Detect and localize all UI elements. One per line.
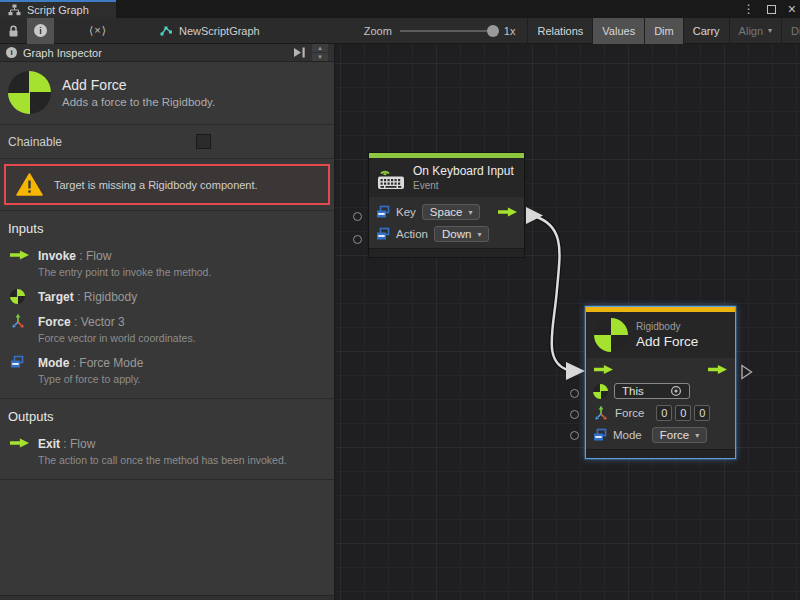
node-title: Add Force [636, 334, 698, 349]
port-description: Force vector in world coordinates. [10, 330, 326, 346]
info-icon: i [6, 47, 17, 58]
maximize-icon[interactable] [767, 5, 776, 14]
graph-breadcrumb[interactable]: NewScriptGraph [160, 25, 260, 37]
relations-button[interactable]: Relations [527, 18, 592, 44]
zoom-slider-handle[interactable] [487, 25, 499, 37]
inspect-toggle-button[interactable]: i [27, 18, 54, 44]
action-input-port[interactable] [353, 235, 362, 244]
close-icon[interactable]: × [788, 2, 796, 16]
port-description: Type of force to apply. [10, 371, 326, 387]
graph-toolbar: i ⟨×⟩ NewScriptGraph Zoom 1x Relations V… [0, 18, 800, 44]
action-label: Action [396, 228, 428, 240]
node-header[interactable]: On Keyboard Input Event [369, 158, 524, 197]
mode-dropdown[interactable]: Force ▾ [652, 427, 707, 443]
action-row: Action Down ▾ [369, 223, 524, 245]
flow-output-port[interactable] [708, 364, 727, 375]
dim-button[interactable]: Dim [644, 18, 683, 44]
key-label: Key [396, 206, 416, 218]
key-dropdown[interactable]: Space ▾ [422, 204, 481, 220]
tab-label: Script Graph [27, 4, 89, 16]
flow-arrow-icon [10, 250, 29, 261]
wire-source-arrow[interactable] [526, 207, 543, 224]
graph-inspector-title: Graph Inspector [23, 47, 287, 59]
graph-name: NewScriptGraph [179, 25, 260, 37]
key-input-port[interactable] [353, 212, 362, 221]
chevron-down-icon: ▾ [768, 26, 772, 35]
action-dropdown[interactable]: Down ▾ [434, 226, 489, 242]
node-add-force[interactable]: Rigidbody Add Force This [585, 306, 736, 459]
chevron-down-icon: ▾ [695, 431, 699, 440]
node-footer [369, 248, 524, 257]
graph-canvas[interactable]: On Keyboard Input Event Key Space ▾ [335, 44, 800, 600]
toolbar-buttons: Relations Values Dim Carry Align▾ Distri… [527, 18, 800, 44]
warning-icon [16, 173, 43, 196]
unit-title: Add Force [62, 77, 215, 93]
target-input-port[interactable] [570, 389, 579, 398]
window-controls: ⋮ × [743, 0, 796, 18]
distribute-button: Distribute▾ [781, 18, 800, 44]
target-object-field[interactable]: This [614, 383, 690, 399]
wire-target-arrow[interactable] [566, 362, 585, 380]
code-preview-button[interactable]: ⟨×⟩ [82, 18, 114, 44]
unit-summary: Add Force Adds a force to the Rigidbody. [0, 62, 334, 125]
chainable-checkbox[interactable] [196, 134, 211, 149]
target-row: This [586, 380, 735, 402]
flow-continue-port[interactable] [741, 364, 753, 380]
mode-label: Mode [613, 429, 642, 441]
graph-inspector-header: i Graph Inspector ▲ ▼ [0, 44, 334, 62]
tab-bar: Script Graph ⋮ × [0, 0, 800, 18]
scroll-down-button[interactable]: ▼ [312, 53, 328, 61]
warning-text: Target is missing a Rigidbody component. [54, 179, 258, 191]
zoom-slider[interactable] [400, 30, 496, 32]
align-button: Align▾ [729, 18, 781, 44]
flow-row [586, 358, 735, 380]
port-row-exit: Exit : Flow The action to call once the … [0, 430, 334, 471]
separator [0, 479, 334, 480]
force-z-field[interactable]: 0 [694, 405, 710, 421]
flow-input-port[interactable] [594, 364, 613, 375]
port-description: The action to call once the method has b… [10, 452, 326, 468]
chevron-down-icon: ▾ [477, 230, 481, 239]
unity-script-graph-window: Script Graph ⋮ × i ⟨×⟩ [0, 0, 800, 600]
node-header[interactable]: Rigidbody Add Force [586, 312, 735, 358]
values-button[interactable]: Values [592, 18, 644, 44]
scroll-up-button[interactable]: ▲ [312, 44, 328, 52]
hierarchy-icon [8, 4, 21, 16]
tab-script-graph[interactable]: Script Graph [0, 0, 116, 18]
enum-icon [10, 355, 24, 369]
outputs-header: Outputs [0, 399, 334, 430]
node-kind: Rigidbody [636, 321, 698, 332]
port-row-force: Force : Vector 3 Force vector in world c… [0, 308, 334, 349]
code-icon: ⟨×⟩ [89, 24, 107, 37]
force-x-field[interactable]: 0 [656, 405, 672, 421]
menu-kebab-icon[interactable]: ⋮ [743, 3, 755, 15]
rigidbody-icon [10, 289, 25, 304]
flow-output-port[interactable] [498, 207, 517, 218]
lock-icon [7, 24, 20, 38]
dock-panel-icon[interactable] [293, 47, 306, 58]
force-input-port[interactable] [570, 410, 579, 419]
panel-bottom-strip [0, 595, 334, 600]
force-y-field[interactable]: 0 [675, 405, 691, 421]
lock-button[interactable] [0, 18, 27, 44]
port-row-target: Target : Rigidbody [0, 283, 334, 308]
node-footer [586, 449, 735, 458]
graph-inspector-panel: i Graph Inspector ▲ ▼ Add Force Adds a f… [0, 44, 335, 600]
object-picker-icon[interactable] [670, 385, 682, 397]
mode-input-port[interactable] [570, 431, 579, 440]
panel-scroll-buttons: ▲ ▼ [312, 44, 328, 61]
force-row: Force 0 0 0 [586, 402, 735, 424]
node-subtitle: Event [413, 180, 514, 191]
zoom-control: Zoom 1x [364, 25, 516, 37]
keyboard-event-icon [377, 165, 405, 190]
carry-button[interactable]: Carry [683, 18, 729, 44]
zoom-value: 1x [504, 25, 516, 37]
enum-icon [593, 428, 607, 442]
flow-arrow-icon [10, 438, 29, 449]
chainable-label: Chainable [8, 135, 196, 149]
node-on-keyboard-input[interactable]: On Keyboard Input Event Key Space ▾ [368, 152, 525, 258]
mode-row: Mode Force ▾ [586, 424, 735, 446]
warning-box: Target is missing a Rigidbody component. [4, 164, 330, 205]
force-label: Force [615, 407, 644, 419]
rigidbody-icon [594, 318, 628, 352]
